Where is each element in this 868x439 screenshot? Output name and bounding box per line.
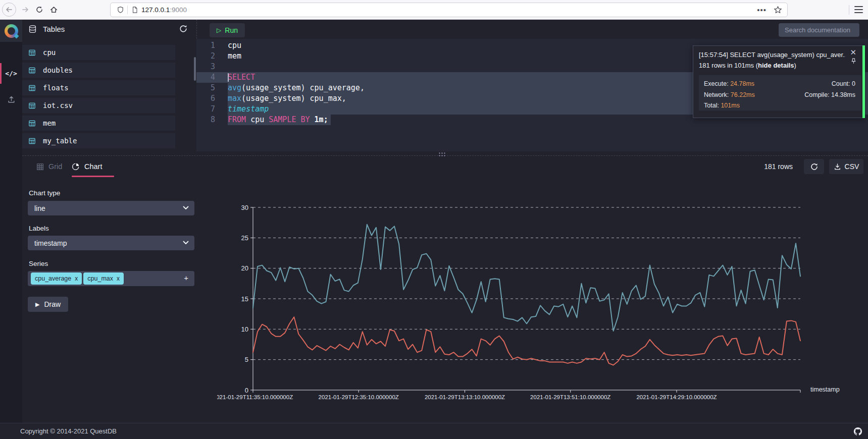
chevron-down-icon: [183, 241, 189, 245]
table-name: iot.csv: [43, 101, 73, 109]
row-count: 181 rows: [764, 162, 793, 171]
tables-scrollbar[interactable]: [194, 57, 196, 81]
csv-label: CSV: [845, 162, 859, 171]
github-icon[interactable]: [853, 427, 862, 436]
grid-icon: [36, 163, 44, 171]
table-name: floats: [43, 84, 69, 92]
table-item-doubles[interactable]: doubles: [22, 63, 175, 78]
table-icon: [28, 120, 36, 127]
draw-play-icon: ▶: [35, 301, 39, 308]
series-label: Series: [29, 260, 48, 267]
table-item-my_table[interactable]: my_table: [22, 133, 175, 148]
add-series-button[interactable]: +: [184, 273, 188, 282]
table-icon: [28, 84, 36, 92]
table-item-mem[interactable]: mem: [22, 116, 175, 131]
draw-label: Draw: [44, 300, 61, 308]
line-number: 6: [196, 93, 228, 104]
query-summary: 181 rows in 101ms (hide details): [699, 62, 796, 69]
github-mark-icon: [853, 427, 862, 436]
stat-execute: Execute: 24.78ms: [704, 80, 804, 89]
tables-panel-title: Tables: [43, 25, 65, 33]
labels-label: Labels: [29, 225, 49, 232]
results-refresh-button[interactable]: [804, 159, 824, 174]
tab-chart[interactable]: Chart: [72, 160, 102, 173]
url-bar[interactable]: 127.0.0.1:9000 •••: [110, 3, 788, 17]
table-item-iot.csv[interactable]: iot.csv: [22, 98, 175, 113]
stat-count: Count: 0: [832, 80, 855, 89]
table-icon: [28, 102, 36, 109]
run-label: Run: [225, 26, 238, 34]
table-name: mem: [43, 119, 56, 127]
search-documentation-input[interactable]: [779, 23, 859, 37]
browser-reload-button[interactable]: [32, 3, 46, 17]
table-item-cpu[interactable]: cpu: [22, 45, 175, 60]
tab-grid-label: Grid: [48, 162, 62, 171]
chart-type-value: line: [34, 204, 45, 212]
svg-text:2021-01-29T11:35:10.000000Z: 2021-01-29T11:35:10.000000Z: [217, 394, 293, 400]
table-icon: [28, 49, 36, 57]
refresh-icon: [179, 24, 188, 33]
shield-icon[interactable]: [117, 6, 124, 14]
svg-text:10: 10: [241, 325, 248, 333]
svg-text:30: 30: [241, 204, 248, 211]
close-icon[interactable]: ✕: [850, 48, 856, 57]
hide-details-link[interactable]: hide details: [758, 62, 794, 69]
active-tab-indicator: [72, 176, 114, 177]
series-chip-cpu_average[interactable]: cpu_averagex: [31, 272, 82, 285]
chip-remove-icon[interactable]: x: [117, 275, 120, 282]
browser-back-button[interactable]: [2, 3, 16, 17]
labels-select[interactable]: timestamp: [28, 236, 194, 250]
pin-icon[interactable]: [850, 58, 857, 65]
page-icon[interactable]: [131, 6, 138, 14]
chart-type-select[interactable]: line: [28, 201, 194, 215]
series-input[interactable]: cpu_averagexcpu_maxx+: [28, 271, 194, 286]
query-notification-popup: [15:57:54] SELECT avg(usage_system) cpu_…: [693, 45, 865, 118]
line-number: 5: [196, 83, 228, 93]
reload-icon: [35, 6, 43, 14]
stat-total: Total: 101ms: [704, 102, 804, 111]
svg-text:25: 25: [241, 234, 248, 242]
line-number: 4: [196, 72, 228, 83]
csv-download-button[interactable]: CSV: [829, 159, 863, 174]
text-cursor: [228, 73, 229, 82]
line-chart: 0510152025302021-01-29T11:35:10.000000Z2…: [217, 199, 868, 406]
browser-toolbar: 127.0.0.1:9000 •••: [0, 0, 868, 20]
draw-button[interactable]: ▶ Draw: [28, 297, 68, 312]
browser-home-button[interactable]: [46, 3, 61, 17]
tables-header: Tables: [22, 20, 196, 38]
series-chip-cpu_max[interactable]: cpu_maxx: [83, 272, 124, 285]
table-icon: [28, 67, 36, 74]
line-number: 1: [196, 40, 228, 51]
tables-refresh-button[interactable]: [178, 24, 188, 34]
import-upload-icon[interactable]: [0, 93, 22, 106]
toolbar-divider: [849, 5, 849, 15]
url-text: 127.0.0.1:9000: [141, 6, 187, 14]
results-resize-handle[interactable]: [438, 152, 446, 156]
stat-compile: Compile: 14.38ms: [804, 91, 855, 100]
menu-hamburger-icon[interactable]: [854, 6, 863, 15]
bookmark-star-icon[interactable]: [774, 6, 782, 14]
svg-text:2021-01-29T13:13:10.000000Z: 2021-01-29T13:13:10.000000Z: [425, 394, 505, 400]
chip-remove-icon[interactable]: x: [75, 275, 78, 282]
stat-network: Network: 76.22ms: [704, 91, 804, 100]
line-number: 8: [196, 115, 228, 125]
run-play-icon: ▷: [217, 27, 221, 34]
home-icon: [49, 6, 58, 14]
query-stats-panel: Execute: 24.78msCount: 0Network: 76.22ms…: [699, 75, 861, 111]
questdb-logo[interactable]: [0, 20, 22, 42]
tab-grid[interactable]: Grid: [36, 160, 62, 173]
chevron-down-icon: [183, 206, 189, 210]
browser-forward-button[interactable]: [18, 3, 32, 17]
query-notification-title: [15:57:54] SELECT avg(usage_system) cpu_…: [699, 51, 845, 59]
svg-text:2021-01-29T14:29:10.000000Z: 2021-01-29T14:29:10.000000Z: [636, 394, 717, 400]
questdb-logo-tail: [14, 34, 19, 39]
forward-arrow-icon: [21, 6, 29, 14]
urlbar-separator: [127, 6, 128, 14]
back-arrow-icon: [5, 6, 13, 14]
svg-text:2021-01-29T13:51:10.000000Z: 2021-01-29T13:51:10.000000Z: [530, 394, 610, 400]
run-button[interactable]: ▷ Run: [210, 23, 245, 37]
page-actions-icon[interactable]: •••: [757, 6, 767, 14]
table-name: my_table: [43, 137, 77, 145]
table-item-floats[interactable]: floats: [22, 80, 175, 95]
sql-editor-icon[interactable]: </>: [0, 63, 22, 84]
